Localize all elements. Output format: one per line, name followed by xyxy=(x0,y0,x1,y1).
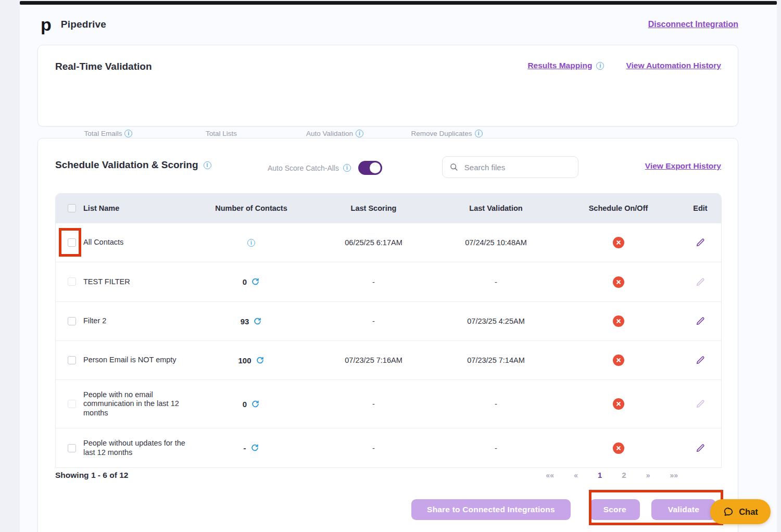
refresh-icon[interactable] xyxy=(256,356,264,365)
chat-bubble-icon xyxy=(723,506,734,517)
pipedrive-logo-icon: p xyxy=(41,16,52,33)
last-validation-value: - xyxy=(435,444,557,452)
schedule-title-info-icon[interactable]: i xyxy=(204,161,211,169)
schedule-off-icon[interactable] xyxy=(613,354,624,366)
pagination-last-button[interactable]: »» xyxy=(670,471,678,479)
contacts-info-icon[interactable]: i xyxy=(247,239,255,247)
refresh-icon[interactable] xyxy=(251,400,260,409)
schedule-off-icon[interactable] xyxy=(613,276,624,288)
last-scoring-value: - xyxy=(312,444,435,452)
search-icon xyxy=(450,162,458,172)
pagination-first-button[interactable]: «« xyxy=(546,471,555,479)
schedule-off-icon[interactable] xyxy=(613,442,624,454)
schedule-off-icon[interactable] xyxy=(613,398,624,410)
col-last-validation: Last Validation xyxy=(435,204,557,212)
refresh-icon[interactable] xyxy=(251,277,260,286)
col-edit: Edit xyxy=(679,204,721,212)
edit-pencil-icon[interactable] xyxy=(695,355,706,365)
col-list-name: List Name xyxy=(83,204,119,212)
last-validation-value: 07/24/25 10:48AM xyxy=(435,238,557,247)
table-row: People without updates for the last 12 m… xyxy=(56,428,721,467)
last-validation-value: 07/23/25 4:25AM xyxy=(435,317,557,325)
list-name: All Contacts xyxy=(83,238,123,247)
list-name: Person Email is NOT empty xyxy=(83,356,177,364)
annotation-box-actions xyxy=(589,490,723,525)
col-number-of-contacts: Number of Contacts xyxy=(190,204,312,212)
list-name: Filter 2 xyxy=(83,316,106,325)
last-validation-value: - xyxy=(435,400,557,408)
refresh-icon[interactable] xyxy=(253,317,262,326)
contacts-count: 100 xyxy=(238,356,251,365)
edit-pencil-icon xyxy=(695,399,706,409)
table-row: Person Email is NOT empty 100 07/23/25 7… xyxy=(56,340,721,379)
row-checkbox[interactable] xyxy=(68,317,76,325)
lists-table: List Name Number of Contacts Last Scorin… xyxy=(55,193,722,468)
schedule-card: Schedule Validation & Scoring i Auto Sco… xyxy=(37,138,738,532)
view-export-history-link[interactable]: View Export History xyxy=(645,161,721,171)
search-input[interactable] xyxy=(464,163,571,172)
brand-name: Pipedrive xyxy=(61,19,106,30)
auto-score-toggle[interactable] xyxy=(358,161,382,175)
last-validation-value: 07/23/25 7:14AM xyxy=(435,356,557,364)
edit-pencil-icon[interactable] xyxy=(695,316,706,326)
contacts-count: 0 xyxy=(243,400,247,409)
refresh-icon[interactable] xyxy=(250,444,259,452)
col-schedule-onoff: Schedule On/Off xyxy=(557,204,679,212)
remove-duplicates-label: Remove Duplicates xyxy=(411,130,472,137)
brand-header: p Pipedrive xyxy=(41,16,106,33)
table-row: People with no email communication in th… xyxy=(56,379,721,428)
total-emails-info-icon[interactable]: i xyxy=(124,130,132,137)
select-all-checkbox[interactable] xyxy=(68,204,76,212)
search-box xyxy=(442,156,578,178)
last-scoring-value: - xyxy=(312,400,435,408)
contacts-count: 93 xyxy=(241,317,249,326)
last-scoring-value: - xyxy=(312,278,435,286)
edit-pencil-icon[interactable] xyxy=(695,443,706,453)
pagination: «« « 1 2 » »» xyxy=(546,471,678,479)
list-name: People with no email communication in th… xyxy=(83,390,190,417)
pagination-page-2[interactable]: 2 xyxy=(622,471,626,479)
results-mapping-link[interactable]: Results Mapping xyxy=(527,61,592,70)
disconnect-integration-link[interactable]: Disconnect Integration xyxy=(648,20,738,29)
annotation-box-checkbox xyxy=(59,228,81,257)
edit-pencil-icon[interactable] xyxy=(695,237,706,248)
auto-score-label: Auto Score Catch-Alls xyxy=(268,164,339,172)
last-validation-value: - xyxy=(435,278,557,286)
window-top-edge xyxy=(20,1,777,5)
list-name: TEST FILTER xyxy=(83,277,130,286)
last-scoring-value: - xyxy=(312,317,435,325)
pagination-page-1[interactable]: 1 xyxy=(598,471,602,479)
total-emails-label: Total Emails xyxy=(84,130,122,137)
view-automation-history-link[interactable]: View Automation History xyxy=(626,61,721,70)
results-summary: Showing 1 - 6 of 12 xyxy=(55,471,128,480)
chat-label: Chat xyxy=(739,507,758,517)
share-to-integrations-button[interactable]: Share to Connected Integrations xyxy=(411,499,571,520)
auto-score-info-icon[interactable]: i xyxy=(343,164,351,172)
list-name: People without updates for the last 12 m… xyxy=(83,439,190,457)
col-last-scoring: Last Scoring xyxy=(312,204,435,212)
pagination-next-button[interactable]: » xyxy=(646,471,650,479)
remove-duplicates-info-icon[interactable]: i xyxy=(475,130,483,137)
pipedrive-integration-page: p Pipedrive Disconnect Integration Real-… xyxy=(0,0,781,532)
auto-validation-info-icon[interactable]: i xyxy=(356,130,363,137)
schedule-off-icon[interactable] xyxy=(613,237,624,248)
row-checkbox[interactable] xyxy=(68,277,76,286)
row-checkbox[interactable] xyxy=(68,356,76,364)
pagination-prev-button[interactable]: « xyxy=(574,471,578,479)
chat-button[interactable]: Chat xyxy=(710,499,771,524)
row-checkbox[interactable] xyxy=(68,444,76,452)
edit-pencil-icon xyxy=(695,277,706,287)
results-mapping-info-icon[interactable]: i xyxy=(596,62,604,70)
contacts-count: - xyxy=(244,444,246,452)
schedule-title: Schedule Validation & Scoring xyxy=(55,159,198,171)
last-scoring-value: 07/23/25 7:16AM xyxy=(312,356,435,364)
last-scoring-value: 06/25/25 6:17AM xyxy=(312,238,435,247)
row-checkbox[interactable] xyxy=(68,400,76,408)
realtime-title: Real-Time Validation xyxy=(55,61,152,72)
table-row: Filter 2 93 - 07/23/25 4:25AM xyxy=(56,301,721,340)
schedule-off-icon[interactable] xyxy=(613,315,624,327)
realtime-validation-card: Real-Time Validation Results Mapping i V… xyxy=(37,45,738,126)
table-row: TEST FILTER 0 - - xyxy=(56,262,721,301)
total-lists-label: Total Lists xyxy=(206,130,237,137)
contacts-count: 0 xyxy=(243,277,247,286)
